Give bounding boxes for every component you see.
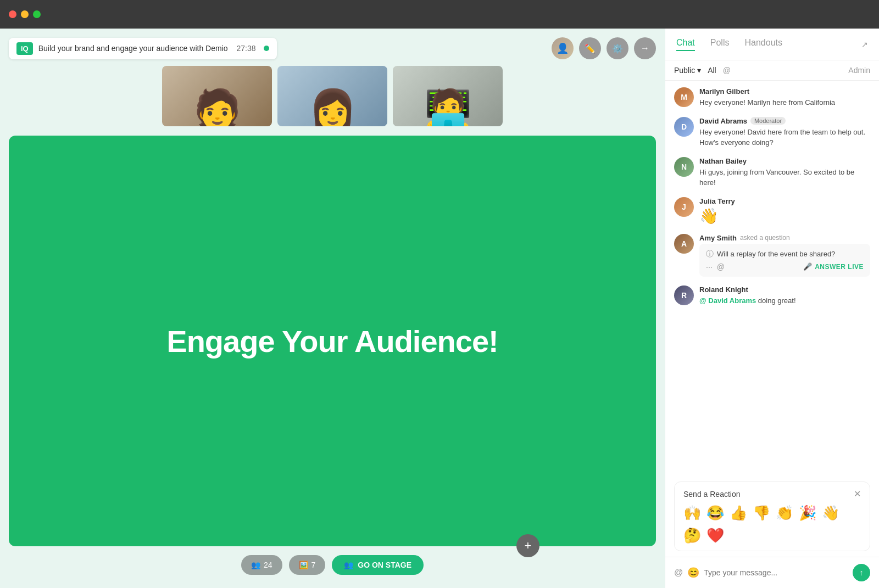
audience-filter[interactable]: Public ▾ [674,66,701,75]
participant-card: 🧑‍💻 [393,66,503,126]
question-actions: ··· @ 🎤 ANSWER LIVE [706,262,864,271]
list-item: A Amy Smith asked a question ⓘ Will a re… [674,234,870,277]
emoji-picker-icon[interactable]: 😊 [687,567,699,579]
go-stage-label: GO ON STAGE [358,561,411,569]
message-content: Amy Smith asked a question ⓘ Will a repl… [699,234,870,277]
microphone-icon: 🎤 [803,262,813,271]
avatar: J [674,197,694,217]
message-header: Nathan Bailey [699,157,870,165]
message-text: Hi guys, joining from Vancouver. So exci… [699,167,870,188]
message-emoji: 👋 [699,207,870,225]
list-item: N Nathan Bailey Hi guys, joining from Va… [674,157,870,188]
message-content: David Abrams Moderator Hey everyone! Dav… [699,117,870,148]
go-on-stage-button[interactable]: 👥 GO ON STAGE [332,555,424,575]
reaction-title: Send a Reaction [683,490,741,499]
reaction-header: Send a Reaction ✕ [683,489,861,499]
session-time: 27:38 [237,44,256,53]
audience-number: 24 [264,561,272,569]
stage-text: Engage Your Audience! [166,323,498,359]
settings-button[interactable]: ⚙️ [607,37,628,59]
message-text: @ David Abrams doing great! [699,295,870,306]
message-content: Julia Terry 👋 [699,197,870,225]
reaction-emoji-clapping[interactable]: 👏 [776,505,793,522]
fullscreen-button[interactable] [33,10,41,18]
avatar: N [674,157,694,177]
host-avatar: 👤 [552,37,574,59]
message-header: Julia Terry [699,197,870,205]
participant-card: 👩 [277,66,387,126]
message-author: Marilyn Gilbert [699,87,749,96]
reaction-emoji-party[interactable]: 🎉 [799,505,816,522]
audience-icon: 👥 [251,561,260,569]
live-indicator [264,46,269,51]
list-item: D David Abrams Moderator Hey everyone! D… [674,117,870,148]
titlebar [0,0,879,29]
go-stage-icon: 👥 [344,561,353,569]
at-icon[interactable]: @ [674,568,683,578]
chat-filter: Public ▾ All @ Admin [665,60,879,81]
participant-strip: 🧑 👩 🧑‍💻 [9,66,656,129]
left-panel: iQ Build your brand and engage your audi… [0,29,665,588]
session-bar: iQ Build your brand and engage your audi… [9,37,656,59]
minimize-button[interactable] [21,10,29,18]
right-panel: Chat Polls Handouts ↗ Public ▾ All @ Adm… [665,29,879,588]
close-button[interactable] [9,10,16,18]
chevron-down-icon: ▾ [697,66,701,75]
message-text: Hey everyone! David here from the team t… [699,127,870,148]
answer-live-button[interactable]: 🎤 ANSWER LIVE [803,262,864,271]
message-header: Marilyn Gilbert [699,87,870,96]
moderator-badge: Moderator [750,117,786,125]
send-button[interactable]: ↑ [853,564,870,581]
edit-button[interactable]: ✏️ [579,37,601,59]
question-text: Will a replay for the event be shared? [717,250,835,258]
tab-polls[interactable]: Polls [710,38,730,51]
iq-badge: iQ [16,42,33,55]
reaction-emoji-heart[interactable]: ❤️ [706,527,724,544]
scope-filter[interactable]: All [708,66,716,75]
chat-messages: M Marilyn Gilbert Hey everyone! Marilyn … [665,81,879,481]
question-header: ⓘ Will a replay for the event be shared? [706,249,864,259]
message-author: Julia Terry [699,197,735,205]
slide-count-button[interactable]: 🖼️ 7 [289,555,326,575]
reaction-emoji-thinking[interactable]: 🤔 [683,527,701,544]
message-sub: asked a question [740,234,790,242]
chat-input[interactable] [704,568,848,577]
tab-handouts[interactable]: Handouts [744,38,782,51]
share-button[interactable]: → [634,37,656,59]
reaction-panel: Send a Reaction ✕ 🙌 😂 👍 👎 👏 🎉 👋 🤔 ❤️ [674,481,870,551]
message-author: Amy Smith [699,234,737,242]
message-author: Nathan Bailey [699,157,747,165]
tab-chat[interactable]: Chat [676,38,695,51]
reaction-emoji-thumbs-up[interactable]: 👍 [730,505,747,522]
message-content: Roland Knight @ David Abrams doing great… [699,285,870,306]
reaction-emoji-raised-hands[interactable]: 🙌 [683,505,701,522]
reaction-emoji-thumbs-down[interactable]: 👎 [753,505,770,522]
close-reaction-button[interactable]: ✕ [854,489,861,499]
chat-input-area: @ 😊 ↑ [665,557,879,588]
session-controls: 👤 ✏️ ⚙️ → [552,37,656,59]
admin-filter[interactable]: Admin [848,66,870,75]
at-filter[interactable]: @ [723,66,731,75]
message-text: Hey everyone! Marilyn here from Californ… [699,97,870,108]
list-item: M Marilyn Gilbert Hey everyone! Marilyn … [674,87,870,108]
audience-filter-label: Public [674,66,695,75]
participant-card: 🧑 [162,66,272,126]
reaction-emoji-laughing[interactable]: 😂 [706,505,724,522]
avatar: A [674,234,694,254]
bottom-controls: 👥 24 🖼️ 7 👥 GO ON STAGE [9,553,656,579]
main-stage: Engage Your Audience! [9,136,656,546]
mention-icon[interactable]: @ [717,262,725,271]
reaction-emoji-wave[interactable]: 👋 [822,505,839,522]
more-options-icon[interactable]: ··· [706,262,713,271]
message-tail: doing great! [756,296,795,305]
message-author: David Abrams [699,117,747,125]
add-button[interactable]: + [516,534,539,557]
message-header: Amy Smith asked a question [699,234,870,242]
message-content: Marilyn Gilbert Hey everyone! Marilyn he… [699,87,870,108]
audience-count-button[interactable]: 👥 24 [241,555,282,575]
session-title: Build your brand and engage your audienc… [38,44,228,53]
question-card: ⓘ Will a replay for the event be shared?… [699,244,870,277]
main-layout: iQ Build your brand and engage your audi… [0,29,879,588]
external-link-icon[interactable]: ↗ [861,40,868,49]
message-author: Roland Knight [699,285,748,294]
